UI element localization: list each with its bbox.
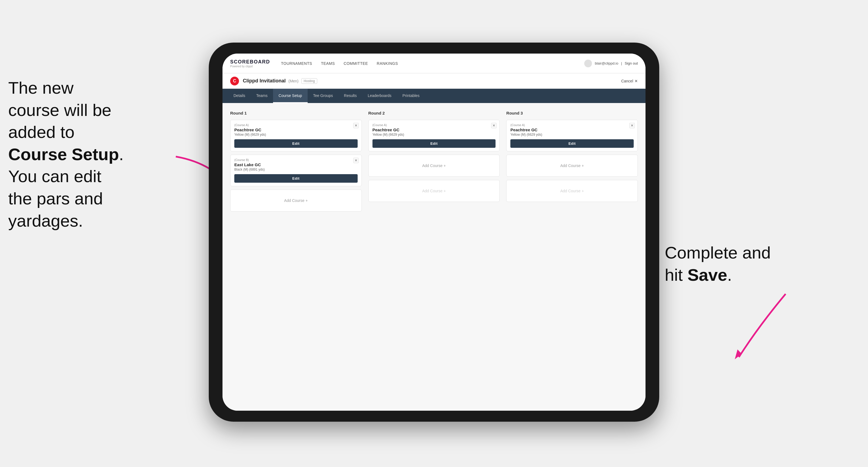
round-1-course-a-card: ✕ (Course A) Peachtree GC Yellow (M) (66…	[230, 120, 362, 151]
round-3-add-course-1-label: Add Course +	[560, 163, 584, 168]
tab-details[interactable]: Details	[228, 89, 251, 103]
round-2-course-a-label: (Course A)	[372, 123, 496, 127]
top-nav-right: blair@clippd.io | Sign out	[584, 60, 638, 67]
round-2-title: Round 2	[368, 111, 500, 115]
hosting-badge: Hosting	[301, 78, 317, 84]
tournament-bar: C Clippd Invitational (Men) Hosting Canc…	[222, 73, 646, 89]
round-1-add-course-label: Add Course +	[284, 198, 308, 203]
round-2-add-course-1-label: Add Course +	[422, 163, 446, 168]
tablet-device: SCOREBOARD Powered by clippd TOURNAMENTS…	[209, 42, 659, 422]
round-1-course-b-delete[interactable]: ✕	[353, 158, 359, 163]
round-1-course-b-edit[interactable]: Edit	[234, 174, 358, 183]
tab-printables[interactable]: Printables	[397, 89, 425, 103]
round-1-course-a-edit[interactable]: Edit	[234, 139, 358, 148]
round-1-course-a-name: Peachtree GC	[234, 127, 358, 132]
nav-rankings[interactable]: RANKINGS	[377, 61, 398, 66]
round-2-course-a-info: Yellow (M) (6629 yds)	[372, 133, 496, 136]
svg-marker-1	[735, 349, 742, 359]
round-3-title: Round 3	[506, 111, 638, 115]
user-avatar	[584, 60, 592, 67]
round-1-course-b-label: (Course B)	[234, 158, 358, 161]
round-2-column: Round 2 ✕ (Course A) Peachtree GC Yellow…	[368, 111, 500, 212]
tab-bar: Details Teams Course Setup Tee Groups Re…	[222, 89, 646, 103]
round-3-column: Round 3 ✕ (Course A) Peachtree GC Yellow…	[506, 111, 638, 212]
round-3-add-course-2: Add Course +	[506, 180, 638, 202]
round-2-course-a-delete[interactable]: ✕	[491, 123, 497, 128]
nav-tournaments[interactable]: TOURNAMENTS	[281, 61, 312, 66]
round-3-add-course-1[interactable]: Add Course +	[506, 155, 638, 177]
tournament-name: Clippd Invitational	[243, 78, 286, 84]
annotation-left: The new course will be added to Course S…	[8, 77, 179, 232]
annotation-arrow-right	[717, 286, 799, 368]
round-3-course-a-label: (Course A)	[510, 123, 634, 127]
round-1-title: Round 1	[230, 111, 362, 115]
nav-separator: |	[621, 61, 622, 65]
tab-teams[interactable]: Teams	[251, 89, 273, 103]
round-3-course-a-card: ✕ (Course A) Peachtree GC Yellow (M) (66…	[506, 120, 638, 151]
tournament-logo: C	[230, 76, 239, 86]
round-3-add-course-2-label: Add Course +	[560, 189, 584, 193]
tab-course-setup[interactable]: Course Setup	[273, 89, 308, 103]
round-2-add-course-1[interactable]: Add Course +	[368, 155, 500, 177]
annotation-right: Complete and hit Save.	[665, 242, 818, 286]
brand-name: SCOREBOARD	[230, 59, 270, 65]
user-email: blair@clippd.io	[595, 61, 618, 65]
round-2-course-a-edit[interactable]: Edit	[372, 139, 496, 148]
round-2-course-a-name: Peachtree GC	[372, 127, 496, 132]
round-1-course-a-info: Yellow (M) (6629 yds)	[234, 133, 358, 136]
rounds-grid: Round 1 ✕ (Course A) Peachtree GC Yellow…	[230, 111, 638, 212]
tab-results[interactable]: Results	[338, 89, 362, 103]
tablet-screen: SCOREBOARD Powered by clippd TOURNAMENTS…	[222, 54, 646, 411]
round-1-course-a-delete[interactable]: ✕	[353, 123, 359, 128]
round-3-course-a-delete[interactable]: ✕	[629, 123, 635, 128]
round-1-course-b-info: Black (M) (6891 yds)	[234, 167, 358, 172]
round-1-course-b-name: East Lake GC	[234, 162, 358, 167]
nav-teams[interactable]: TEAMS	[321, 61, 335, 66]
round-2-add-course-2-label: Add Course +	[422, 189, 446, 193]
round-1-course-b-card: ✕ (Course B) East Lake GC Black (M) (689…	[230, 155, 362, 186]
top-nav-links: TOURNAMENTS TEAMS COMMITTEE RANKINGS	[281, 61, 584, 66]
top-nav: SCOREBOARD Powered by clippd TOURNAMENTS…	[222, 54, 646, 73]
cancel-button[interactable]: Cancel ✕	[621, 79, 638, 83]
round-3-course-a-info: Yellow (M) (6629 yds)	[510, 133, 634, 136]
round-1-column: Round 1 ✕ (Course A) Peachtree GC Yellow…	[230, 111, 362, 212]
round-1-course-a-label: (Course A)	[234, 123, 358, 127]
sign-out-link[interactable]: Sign out	[625, 61, 638, 65]
tab-tee-groups[interactable]: Tee Groups	[308, 89, 338, 103]
round-2-course-a-card: ✕ (Course A) Peachtree GC Yellow (M) (66…	[368, 120, 500, 151]
tournament-gender: (Men)	[288, 79, 299, 83]
main-content: Round 1 ✕ (Course A) Peachtree GC Yellow…	[222, 103, 646, 411]
scoreboard-logo: SCOREBOARD Powered by clippd	[230, 59, 270, 68]
brand-sub: Powered by clippd	[230, 65, 270, 68]
tab-leaderboards[interactable]: Leaderboards	[362, 89, 397, 103]
round-3-course-a-edit[interactable]: Edit	[510, 139, 634, 148]
round-1-add-course[interactable]: Add Course +	[230, 190, 362, 212]
nav-committee[interactable]: COMMITTEE	[344, 61, 368, 66]
round-3-course-a-name: Peachtree GC	[510, 127, 634, 132]
round-2-add-course-2: Add Course +	[368, 180, 500, 202]
